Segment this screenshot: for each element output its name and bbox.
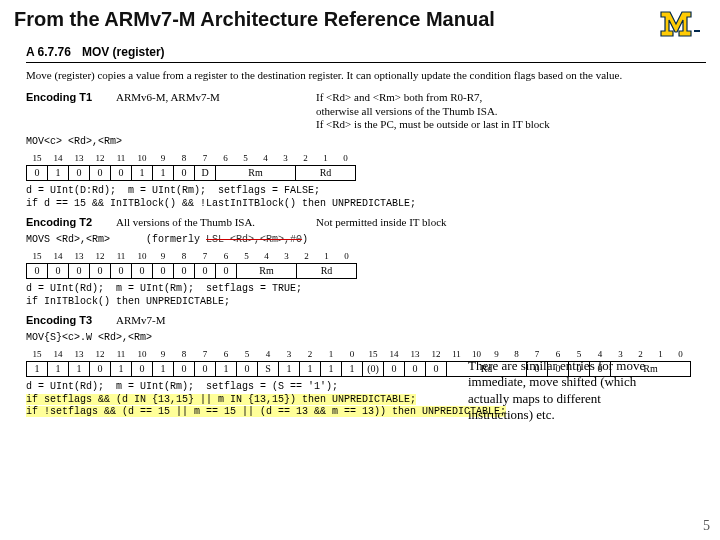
enc2-pseudo: d = UInt(Rd); m = UInt(Rm); setflags = T… <box>26 283 706 308</box>
enc3-arch: ARMv7-M <box>116 314 316 328</box>
umich-logo <box>658 8 706 44</box>
enc1-pseudo: d = UInt(D:Rd); m = UInt(Rm); setflags =… <box>26 185 706 210</box>
divider <box>26 62 706 63</box>
page-title: From the ARMv7-M Architecture Reference … <box>0 0 720 37</box>
slide-number: 5 <box>703 518 710 534</box>
svg-rect-1 <box>694 30 700 32</box>
section-header: A 6.7.76 MOV (register) <box>26 45 706 60</box>
enc1-bits-table: 15141312 111098 7654 3210 0100 0110 D Rm… <box>26 153 356 182</box>
description: Move (register) copies a value from a re… <box>26 69 706 83</box>
enc1-notes: If <Rd> and <Rm> both from R0-R7, otherw… <box>316 91 706 132</box>
enc3-label: Encoding T3 <box>26 314 116 328</box>
enc3-syntax: MOV{S}<c>.W <Rd>,<Rm> <box>26 332 706 345</box>
enc2-right: Not permitted inside IT block <box>316 216 706 230</box>
enc2-bits-table: 15141312 111098 7654 3210 0000 0000 00 R… <box>26 251 357 280</box>
enc2-formerly-post: ) <box>302 234 308 245</box>
encoding-t1-header: Encoding T1 ARMv6-M, ARMv7-M If <Rd> and… <box>26 91 706 132</box>
enc2-syntax: MOVS <Rd>,<Rm> (formerly LSL <Rd>,<Rm>,#… <box>26 234 706 247</box>
enc2-syntax-main: MOVS <Rd>,<Rm> <box>26 234 110 245</box>
encoding-t3-header: Encoding T3 ARMv7-M <box>26 314 706 328</box>
encoding-t2-header: Encoding T2 All versions of the Thumb IS… <box>26 216 706 230</box>
enc1-syntax: MOV<c> <Rd>,<Rm> <box>26 136 706 149</box>
enc1-note3: If <Rd> is the PC, must be outside or la… <box>316 118 550 130</box>
section-name: MOV (register) <box>82 45 165 59</box>
enc2-label: Encoding T2 <box>26 216 116 230</box>
enc2-arch: All versions of the Thumb ISA. <box>116 216 316 230</box>
enc2-formerly-pre: (formerly <box>146 234 206 245</box>
enc1-note2: otherwise all versions of the Thumb ISA. <box>316 105 498 117</box>
enc1-arch: ARMv6-M, ARMv7-M <box>116 91 316 105</box>
enc1-note1: If <Rd> and <Rm> both from R0-R7, <box>316 91 482 103</box>
enc1-label: Encoding T1 <box>26 91 116 105</box>
side-annotation: There are similar entries for move immed… <box>468 358 668 423</box>
enc2-formerly-struck: LSL <Rd>,<Rm>,#0 <box>206 234 302 245</box>
section-code: A 6.7.76 <box>26 45 71 59</box>
